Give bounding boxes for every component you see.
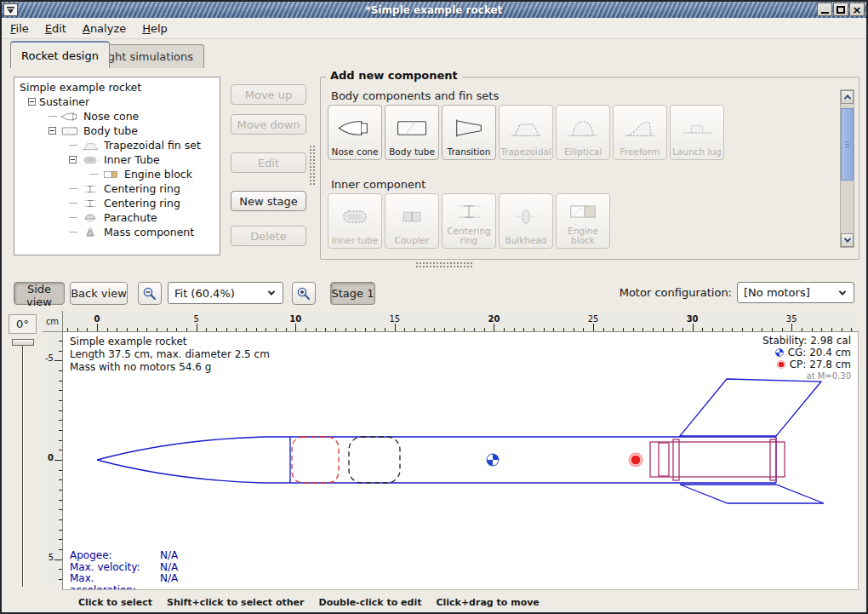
engine-block-icon xyxy=(564,200,602,223)
rocket-info: Simple example rocket Length 37.5 cm, ma… xyxy=(70,336,270,374)
tree-connector xyxy=(69,232,77,232)
fin-bottom-shape[interactable] xyxy=(680,485,824,503)
flight-label: Max. velocity: xyxy=(70,562,160,574)
tree-item-mass-component[interactable]: Mass component xyxy=(14,225,220,239)
chevron-down-icon xyxy=(843,235,850,242)
move-up-button[interactable]: Move up xyxy=(231,84,306,105)
minimize-button[interactable] xyxy=(817,3,832,16)
motor-configuration-value: [No motors] xyxy=(744,286,810,299)
nose-cone-icon xyxy=(60,111,80,123)
menu-file[interactable]: File xyxy=(10,22,29,35)
zoom-level-combo[interactable]: Fit (60.4%) xyxy=(168,282,283,304)
tree-item-body-tube[interactable]: Body tube xyxy=(14,123,220,138)
tree-item-nose-cone[interactable]: Nose cone xyxy=(14,109,220,123)
tree-item-simple-example-rocket[interactable]: Simple example rocket xyxy=(14,80,220,95)
status-bar: Click to selectShift+click to select oth… xyxy=(78,594,866,611)
maximize-icon xyxy=(837,6,845,14)
flight-summary: Apogee:N/AMax. velocity:N/AMax. accelera… xyxy=(70,550,178,590)
app-icon[interactable] xyxy=(3,3,18,16)
centering-ring-2-shape[interactable] xyxy=(770,439,776,480)
tree-item-centering-ring[interactable]: Centering ring xyxy=(14,181,220,196)
tree-item-label: Body tube xyxy=(83,124,138,137)
tree-item-inner-tube[interactable]: Inner Tube xyxy=(14,152,220,167)
menu-analyze[interactable]: Analyze xyxy=(83,22,126,35)
magnifier-minus-icon xyxy=(142,286,157,301)
centering-ring-icon xyxy=(450,200,488,223)
status-hint: Double-click to edit xyxy=(319,597,422,608)
scroll-down-button[interactable] xyxy=(841,233,854,247)
side-view-button[interactable]: Side view xyxy=(14,282,65,305)
tree-item-sustainer[interactable]: Sustainer xyxy=(14,95,220,109)
flight-value: N/A xyxy=(160,550,178,562)
stage-1-toggle[interactable]: Stage 1 xyxy=(330,282,375,305)
maximize-button[interactable] xyxy=(833,3,848,16)
tree-item-centering-ring[interactable]: Centering ring xyxy=(14,196,220,210)
h-ruler-label: 15 xyxy=(389,314,400,324)
rocket-canvas[interactable]: Simple example rocket Length 37.5 cm, ma… xyxy=(63,332,859,590)
add-elliptical-button[interactable]: Elliptical xyxy=(556,105,610,160)
collapse-icon[interactable] xyxy=(28,98,36,106)
app-window: *Simple example rocket × FileEditAnalyze… xyxy=(0,0,868,614)
add-nose-cone-button[interactable]: Nose cone xyxy=(328,105,382,160)
cg-value: CG: 20.4 cm xyxy=(788,347,851,359)
ruler-unit: cm xyxy=(43,311,63,332)
section-label-body-components-and-fin-sets: Body components and fin sets xyxy=(331,89,499,102)
tab-rocket-design[interactable]: Rocket design xyxy=(10,41,110,68)
engine-block-shape[interactable] xyxy=(659,443,669,476)
zoom-out-button[interactable] xyxy=(138,282,162,305)
collapse-icon[interactable] xyxy=(49,127,56,135)
flight-label: Max. acceleration: xyxy=(70,573,160,590)
rotation-slider-handle[interactable] xyxy=(12,339,34,346)
tree-item-trapezoidal-fin-set[interactable]: Trapezoidal fin set xyxy=(14,138,220,152)
add-launch-lug-button[interactable]: Launch lug xyxy=(670,105,724,160)
menu-edit[interactable]: Edit xyxy=(45,22,66,35)
vertical-splitter[interactable] xyxy=(309,145,316,186)
horizontal-splitter[interactable] xyxy=(415,261,473,268)
zoom-in-button[interactable] xyxy=(292,282,316,305)
v-ruler-label: 5 xyxy=(49,552,54,561)
section-label-inner-component: Inner component xyxy=(331,178,425,191)
mass-component-shape[interactable] xyxy=(349,437,400,483)
scrollbar-thumb[interactable] xyxy=(841,108,854,181)
add-engine-block-button[interactable]: Engine block xyxy=(556,193,610,249)
add-body-tube-button[interactable]: Body tube xyxy=(385,105,439,160)
delete-button[interactable]: Delete xyxy=(231,226,306,246)
tree-connector xyxy=(89,174,98,175)
component-scrollbar[interactable] xyxy=(840,89,854,248)
collapse-icon[interactable] xyxy=(69,156,77,164)
cg-legend-icon xyxy=(774,347,785,358)
fin-top-shape[interactable] xyxy=(680,379,821,436)
close-button[interactable]: × xyxy=(849,3,865,16)
add-transition-button[interactable]: Transition xyxy=(442,105,496,160)
add-inner-tube-button[interactable]: Inner tube xyxy=(328,193,382,249)
cp-value: CP: 27.8 cm xyxy=(790,359,851,370)
edit-button[interactable]: Edit xyxy=(231,152,306,173)
scroll-up-button[interactable] xyxy=(841,90,854,104)
tree-item-engine-block[interactable]: Engine block xyxy=(14,167,220,181)
body-tube-icon xyxy=(60,125,80,137)
body-tube-shape[interactable] xyxy=(290,437,776,483)
nose-cone-icon xyxy=(336,117,374,140)
transition-icon xyxy=(450,117,488,140)
add-trapezoidal-button[interactable]: Trapezoidal xyxy=(499,105,553,160)
title-bar[interactable]: *Simple example rocket × xyxy=(2,2,866,18)
centering-ring-1-shape[interactable] xyxy=(673,439,679,480)
tree-item-label: Engine block xyxy=(124,168,192,181)
nose-cone-shape[interactable] xyxy=(97,437,290,483)
add-bulkhead-button[interactable]: Bulkhead xyxy=(499,193,553,249)
add-centering-ring-button[interactable]: Centering ring xyxy=(442,193,496,249)
menu-help[interactable]: Help xyxy=(142,22,168,35)
rotation-slider-track[interactable] xyxy=(22,341,24,587)
inner-tube-shape[interactable] xyxy=(650,442,785,477)
add-coupler-button[interactable]: Coupler xyxy=(385,193,439,249)
move-down-button[interactable]: Move down xyxy=(231,114,306,135)
motor-configuration-combo[interactable]: [No motors] xyxy=(737,282,854,303)
back-view-button[interactable]: Back view xyxy=(70,282,128,305)
tree-connector xyxy=(69,188,77,189)
fin-elliptical-icon xyxy=(564,117,602,140)
new-stage-button[interactable]: New stage xyxy=(231,191,306,211)
add-freeform-button[interactable]: Freeform xyxy=(613,105,667,160)
tree-item-parachute[interactable]: Parachute xyxy=(14,210,220,225)
parachute-shape[interactable] xyxy=(292,437,339,483)
centering-ring-icon xyxy=(80,183,100,195)
